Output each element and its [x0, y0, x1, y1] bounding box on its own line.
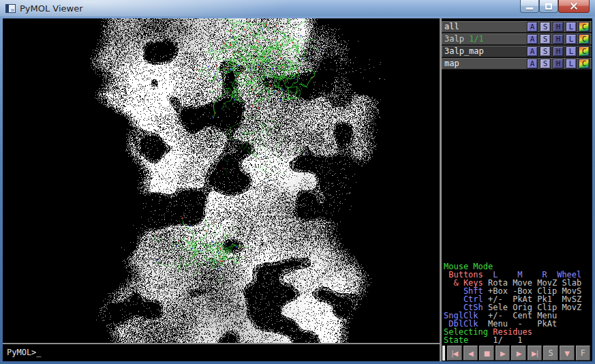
color-menu-button[interactable]: C: [579, 34, 590, 44]
mouse-panel-text: State: [444, 335, 468, 345]
object-name[interactable]: all: [444, 22, 527, 32]
command-cursor: _: [36, 348, 41, 357]
hide-menu-button[interactable]: H: [553, 59, 564, 69]
object-state-label: 1/1: [464, 34, 484, 44]
play-button[interactable]: ▶: [495, 346, 510, 361]
action-menu-button[interactable]: A: [527, 22, 538, 32]
action-menu-button[interactable]: A: [527, 46, 538, 57]
show-menu-button[interactable]: S: [540, 22, 551, 32]
minimize-button[interactable]: [520, 0, 539, 13]
label-menu-button[interactable]: L: [566, 22, 577, 32]
command-input[interactable]: PyMOL>_: [3, 343, 440, 361]
label-menu-button[interactable]: L: [566, 59, 577, 69]
app-icon: [5, 4, 16, 13]
hide-menu-button[interactable]: H: [553, 34, 564, 44]
minimize-icon: [526, 7, 533, 10]
label-menu-button[interactable]: L: [566, 46, 577, 57]
object-name[interactable]: 3alp_map: [444, 46, 527, 57]
show-menu-button[interactable]: S: [540, 46, 551, 57]
fast-forward-button[interactable]: ▶|: [528, 346, 543, 361]
maximize-button[interactable]: [539, 0, 558, 13]
object-row-all[interactable]: all A S H L C: [442, 21, 592, 33]
object-row-3alp-map[interactable]: 3alp_map A S H L C: [442, 46, 592, 57]
object-label: map: [444, 59, 459, 69]
rewind-button[interactable]: |◀: [447, 346, 462, 361]
step-back-button[interactable]: ◀: [463, 346, 478, 361]
close-icon: [569, 1, 579, 11]
object-label: 3alp: [444, 34, 464, 44]
viewport-column: PyMOL>_: [3, 18, 440, 361]
fullscreen-button[interactable]: F: [576, 346, 591, 361]
object-row-3alp[interactable]: 3alp 1/1 A S H L C: [442, 33, 592, 45]
app-icon-detail: [11, 9, 14, 12]
window-titlebar[interactable]: PyMOL Viewer: [0, 0, 595, 16]
window-controls: [520, 0, 590, 13]
playback-controls: |◀◀■▶▶▶|S▼F: [442, 346, 592, 361]
window-title: PyMOL Viewer: [20, 3, 83, 14]
menu-dropdown-button[interactable]: ▼: [560, 346, 575, 361]
object-row-map[interactable]: map A S H L C: [442, 58, 592, 70]
state-indicator: State 1/ 1: [444, 336, 581, 344]
object-name[interactable]: map: [444, 59, 527, 69]
viewport-3d[interactable]: [3, 18, 440, 343]
show-menu-button[interactable]: S: [540, 34, 551, 44]
action-menu-button[interactable]: A: [527, 59, 538, 69]
mouse-mode-panel: Mouse Mode Buttons L M R Wheel & Keys Ro…: [444, 262, 581, 344]
color-menu-button[interactable]: C: [579, 46, 590, 57]
command-prompt-label: PyMOL>: [7, 348, 36, 357]
object-label: all: [444, 22, 459, 32]
label-menu-button[interactable]: L: [566, 34, 577, 44]
maximize-icon: [545, 3, 552, 10]
stop-button[interactable]: ■: [479, 346, 494, 361]
main-content: PyMOL>_ all A S H L C 3alp 1/1 A S H L: [3, 18, 592, 361]
control-panel: all A S H L C 3alp 1/1 A S H L C 3alp_ma…: [442, 18, 592, 361]
object-name[interactable]: 3alp 1/1: [444, 34, 527, 44]
pymol-window: PyMOL Viewer PyMOL>_ all A S H L C: [0, 0, 595, 364]
hide-menu-button[interactable]: H: [553, 22, 564, 32]
object-list: all A S H L C 3alp 1/1 A S H L C 3alp_ma…: [442, 21, 592, 70]
panel-resize-grip[interactable]: [442, 346, 445, 361]
color-menu-button[interactable]: C: [579, 22, 590, 32]
scene-button[interactable]: S: [543, 346, 558, 361]
mouse-panel-text: 1/ 1: [468, 335, 522, 345]
action-menu-button[interactable]: A: [527, 34, 538, 44]
show-menu-button[interactable]: S: [540, 59, 551, 69]
close-button[interactable]: [558, 0, 590, 13]
color-menu-button[interactable]: C: [579, 59, 590, 69]
object-label: 3alp_map: [444, 46, 484, 57]
hide-menu-button[interactable]: H: [553, 46, 564, 57]
step-forward-button[interactable]: ▶: [511, 346, 526, 361]
